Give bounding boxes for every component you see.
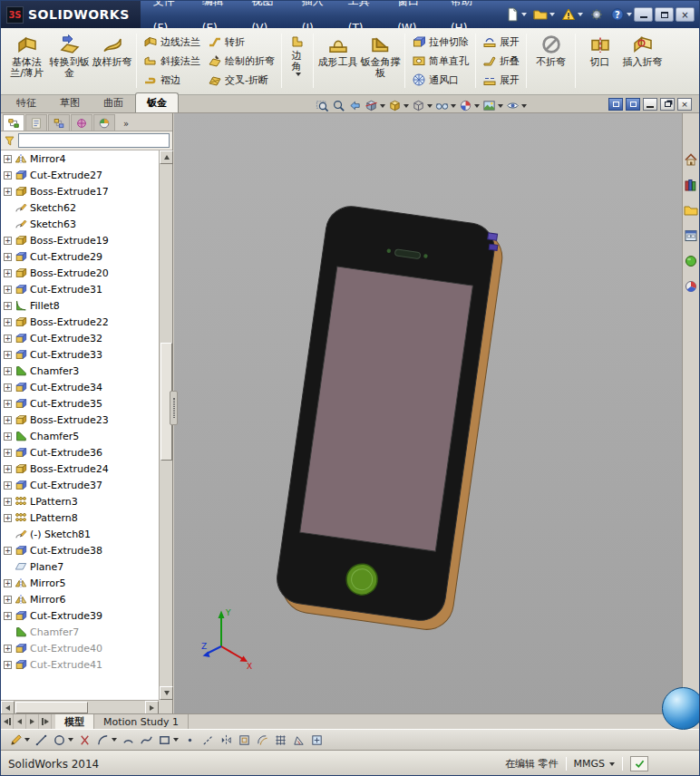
grid-system-button[interactable] bbox=[273, 732, 288, 748]
study-scroll-last-button[interactable] bbox=[39, 714, 52, 729]
ribbon-button-fold[interactable]: 折叠 bbox=[479, 52, 523, 71]
tree-item-cut-extrude37[interactable]: +Cut-Extrude37 bbox=[1, 477, 159, 493]
study-scroll-next-button[interactable] bbox=[26, 714, 39, 729]
tree-item-sketch81[interactable]: (-) Sketch81 bbox=[1, 526, 159, 542]
tab-sheet-metal[interactable]: 钣金 bbox=[135, 92, 179, 112]
window-next-button[interactable] bbox=[626, 98, 640, 111]
tree-item-chamfer7[interactable]: Chamfer7 bbox=[1, 624, 159, 640]
study-tab-model[interactable]: 模型 bbox=[55, 714, 94, 729]
tab-surfaces[interactable]: 曲面 bbox=[92, 92, 135, 112]
open-document-button[interactable] bbox=[531, 6, 557, 23]
expand-toggle[interactable]: + bbox=[4, 155, 12, 163]
design-library-tab[interactable] bbox=[684, 177, 699, 192]
convert-entities-button[interactable] bbox=[237, 732, 252, 748]
tree-horizontal-scrollbar[interactable] bbox=[1, 700, 159, 713]
section-view-button[interactable] bbox=[364, 98, 386, 113]
hide-show-items-button[interactable] bbox=[434, 98, 457, 113]
solidworks-resources-tab[interactable] bbox=[684, 151, 699, 167]
tree-item-sketch62[interactable]: Sketch62 bbox=[1, 199, 159, 216]
tree-item-cut-extrude41[interactable]: +Cut-Extrude41 bbox=[1, 656, 159, 673]
expand-toggle[interactable]: + bbox=[4, 661, 12, 669]
expand-toggle[interactable]: + bbox=[4, 302, 12, 310]
tree-item-lpattern8[interactable]: +LPattern8 bbox=[1, 509, 159, 526]
expand-toggle[interactable]: + bbox=[4, 171, 12, 179]
tab-sketch[interactable]: 草图 bbox=[48, 92, 92, 112]
tree-item-lpattern3[interactable]: +LPattern3 bbox=[1, 493, 159, 509]
tree-item-fillet8[interactable]: +Fillet8 bbox=[1, 297, 159, 314]
expand-toggle[interactable]: + bbox=[4, 351, 12, 359]
ribbon-button-insert-bends[interactable]: 插入折弯 bbox=[621, 30, 664, 92]
corner-rectangle-button[interactable] bbox=[157, 732, 180, 748]
tree-vertical-scrollbar[interactable] bbox=[159, 150, 172, 700]
tree-item-boss-extrude22[interactable]: +Boss-Extrude22 bbox=[1, 314, 159, 330]
ribbon-button-lofted-bend[interactable]: 放样折弯 bbox=[91, 30, 133, 92]
tree-item-boss-extrude23[interactable]: +Boss-Extrude23 bbox=[1, 412, 159, 428]
doc-minimize-button[interactable] bbox=[643, 98, 657, 111]
panel-tab-display-manager[interactable] bbox=[93, 114, 115, 131]
ribbon-button-edge-flange[interactable]: 边线法兰 bbox=[140, 33, 204, 52]
tree-item-cut-extrude34[interactable]: +Cut-Extrude34 bbox=[1, 379, 159, 395]
tree-item-boss-extrude17[interactable]: +Boss-Extrude17 bbox=[1, 183, 159, 199]
study-scroll-first-button[interactable] bbox=[1, 714, 14, 729]
model-canvas[interactable]: Y X Z bbox=[174, 113, 684, 713]
zoom-fit-button[interactable] bbox=[315, 98, 330, 113]
panel-tab-dimxpert-manager[interactable] bbox=[71, 114, 92, 131]
ribbon-button-rip[interactable]: 切口 bbox=[578, 30, 621, 92]
expand-toggle[interactable]: + bbox=[4, 237, 12, 245]
expand-toggle[interactable]: + bbox=[4, 514, 12, 522]
tree-item-mirror5[interactable]: +Mirror5 bbox=[1, 575, 159, 591]
angle-dimension-button[interactable] bbox=[291, 732, 306, 748]
expand-toggle[interactable]: + bbox=[4, 596, 12, 604]
ribbon-button-jog[interactable]: 转折 bbox=[204, 33, 278, 52]
view-palette-tab[interactable] bbox=[684, 228, 699, 243]
tree-item-mirror4[interactable]: +Mirror4 bbox=[1, 150, 159, 167]
tree-item-cut-extrude32[interactable]: +Cut-Extrude32 bbox=[1, 330, 159, 346]
tree-item-cut-extrude27[interactable]: +Cut-Extrude27 bbox=[1, 167, 159, 183]
expand-toggle[interactable]: + bbox=[4, 400, 12, 408]
tab-features[interactable]: 特征 bbox=[5, 92, 48, 112]
horizontal-scroll-thumb[interactable] bbox=[15, 702, 88, 713]
expand-toggle[interactable]: + bbox=[4, 579, 12, 587]
tree-filter-input[interactable] bbox=[18, 133, 170, 148]
panel-tab-property-manager[interactable] bbox=[25, 114, 47, 131]
sketch-tool-button[interactable] bbox=[8, 732, 31, 748]
expand-toggle[interactable]: + bbox=[4, 253, 12, 261]
study-scroll-previous-button[interactable] bbox=[14, 714, 26, 729]
ribbon-button-unfold[interactable]: 展开 bbox=[479, 33, 523, 52]
tree-item-cut-extrude39[interactable]: +Cut-Extrude39 bbox=[1, 607, 159, 624]
study-tab-motion-study-1[interactable]: Motion Study 1 bbox=[94, 714, 189, 729]
help-button[interactable]: ? bbox=[608, 6, 634, 23]
expand-toggle[interactable]: + bbox=[4, 367, 12, 375]
tree-item-cut-extrude35[interactable]: +Cut-Extrude35 bbox=[1, 395, 159, 412]
tree-item-boss-extrude19[interactable]: +Boss-Extrude19 bbox=[1, 232, 159, 248]
expand-toggle[interactable]: + bbox=[4, 318, 12, 326]
tree-item-cut-extrude38[interactable]: +Cut-Extrude38 bbox=[1, 542, 159, 558]
tree-item-cut-extrude40[interactable]: +Cut-Extrude40 bbox=[1, 640, 159, 656]
close-button[interactable]: × bbox=[676, 7, 695, 22]
tree-item-cut-extrude33[interactable]: +Cut-Extrude33 bbox=[1, 346, 159, 363]
view-settings-button[interactable] bbox=[505, 98, 528, 113]
minimize-button[interactable] bbox=[634, 7, 653, 22]
panel-tab-overflow-button[interactable]: » bbox=[119, 119, 133, 131]
centerline-button[interactable] bbox=[200, 732, 216, 748]
scroll-down-arrow[interactable] bbox=[160, 686, 173, 700]
ribbon-button-hem[interactable]: 褶边 bbox=[140, 71, 204, 90]
tree-item-boss-extrude24[interactable]: +Boss-Extrude24 bbox=[1, 461, 159, 477]
edit-appearance-button[interactable] bbox=[458, 98, 481, 113]
ribbon-button-sketched-bend[interactable]: 绘制的折弯 bbox=[204, 52, 278, 71]
ribbon-button-extruded-cut[interactable]: 拉伸切除 bbox=[408, 33, 472, 52]
zoom-area-button[interactable] bbox=[331, 98, 346, 113]
expand-toggle[interactable]: + bbox=[4, 449, 12, 457]
solidworks-sphere-logo[interactable] bbox=[662, 687, 700, 730]
ribbon-button-forming-tool[interactable]: 成形工具 bbox=[316, 30, 359, 92]
ribbon-button-cross-break[interactable]: 交叉-折断 bbox=[204, 71, 278, 90]
expand-toggle[interactable]: + bbox=[4, 432, 12, 441]
mirror-entities-button[interactable] bbox=[219, 732, 234, 748]
view-orientation-button[interactable] bbox=[387, 98, 410, 113]
previous-view-button[interactable] bbox=[347, 98, 363, 113]
appearances-scenes-tab[interactable] bbox=[684, 253, 699, 268]
window-previous-button[interactable] bbox=[608, 98, 623, 111]
scroll-right-arrow[interactable] bbox=[145, 701, 159, 714]
rebuild-button[interactable] bbox=[559, 6, 585, 23]
maximize-button[interactable] bbox=[655, 7, 674, 22]
